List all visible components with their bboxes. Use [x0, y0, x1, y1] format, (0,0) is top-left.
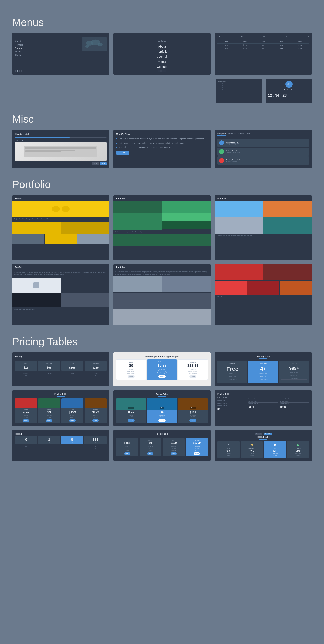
pricing-col-name: pro: [62, 362, 82, 364]
pricing-large-header: Pricing Table: [218, 355, 309, 359]
pricing-4col-columns: Free Free 5 items 1 GB Basic Select Basi…: [116, 438, 208, 456]
pricing-img-header-9: [38, 398, 60, 408]
misc-panel-row: Reading From Notes Template overview: [219, 158, 308, 163]
portfolio-card-4-title: Portfolio: [12, 264, 109, 270]
select-btn[interactable]: Select: [147, 452, 154, 455]
pricing-tab-annual[interactable]: Annual: [254, 433, 262, 435]
find-plan-btn-featured[interactable]: Select: [158, 375, 166, 378]
portfolio-img-cell: [12, 234, 44, 244]
pricing-landscape-col-9: Sky $9 10 items 5 GB Select: [147, 398, 177, 423]
menu-sm-link[interactable]: • Link item: [218, 85, 260, 87]
pricing-col-name: standard: [40, 362, 59, 364]
misc-tab-protagonist[interactable]: Protagonist: [218, 133, 226, 136]
portfolio-row-2: Portfolio This project relates to the de…: [12, 264, 312, 325]
portfolio-text-2: Nature photography collection showcasing…: [114, 230, 210, 234]
pricing-col-price-platinum: $285: [86, 366, 106, 369]
menu-table-cell: item: [254, 44, 272, 46]
pricing-col-9: Basic $9 10 items 5 GB Email Select: [140, 438, 162, 456]
pricing-col-feature: Feature two: [219, 376, 246, 378]
menu2-link[interactable]: Portfolio: [156, 50, 168, 53]
pricing-num-cell-1: 1 $: [38, 436, 60, 444]
menu-table-row: item item item item item: [218, 44, 309, 47]
pricing-select-btn[interactable]: Select: [92, 420, 98, 422]
select-btn[interactable]: Select: [170, 452, 177, 455]
col-price: $129: [164, 441, 184, 444]
menu-table-cell: item: [254, 41, 272, 43]
menu-link[interactable]: Contact: [15, 54, 106, 56]
menu-sm-link[interactable]: • Link item: [218, 83, 260, 84]
misc-tab-sidekick[interactable]: Sidekick: [238, 133, 244, 136]
menu2-link[interactable]: About: [158, 45, 166, 48]
portfolio-desc: Color photography series: [217, 296, 310, 298]
pricing-text-price: $9: [218, 408, 247, 410]
portfolio-color-grid-3: [215, 281, 312, 295]
select-btn[interactable]: Select: [124, 452, 130, 455]
menu-table-header: col1 col2 col3 col4 col5: [218, 36, 309, 38]
pricing-col-feature: Feature three: [281, 377, 308, 380]
pricing-numbered-features: — ✓ ✓ ✓ — — ✓ ✓: [15, 446, 106, 450]
misc-panel-1: Layout From Here Getting started guide: [218, 139, 309, 147]
feature-cell: —: [15, 446, 37, 447]
portfolio-img-cell: [61, 222, 109, 234]
find-plan-btn[interactable]: Select: [128, 375, 135, 378]
feature: 1 GB: [117, 416, 145, 418]
portfolio-card-6: Color photography series: [215, 264, 312, 325]
menu2-link[interactable]: Journal: [157, 55, 167, 58]
pricing-col-basic: basic $15: [15, 361, 37, 371]
pricing-col-price: 4+: [250, 366, 276, 372]
portfolio-desc: This project relates to the development …: [14, 271, 107, 276]
portfolio-caption-text: Image captions and descriptions: [14, 308, 107, 310]
pricing-select-btn[interactable]: Select: [158, 419, 166, 422]
pricing-text-price: $1299: [280, 406, 309, 409]
misc-panel-3: Reading From Notes Template overview: [218, 156, 309, 164]
pricing-col-price: $129: [86, 410, 106, 414]
nav-dot-active: [160, 70, 162, 72]
next-button[interactable]: Next: [100, 162, 106, 165]
menu-sm-card-1: Protagonist • Link item • Link item • Li…: [216, 78, 262, 103]
install-progress-fill: [15, 137, 70, 138]
find-plan-btn[interactable]: Select: [189, 375, 196, 378]
menu-sm-links: • Link item • Link item • Link item • Li…: [218, 83, 260, 91]
feature: Basic: [117, 450, 138, 451]
menu-sm-link[interactable]: • Link item: [218, 87, 260, 89]
feature-row: Feature item 3: [218, 404, 247, 407]
pricing-select-btn[interactable]: Select: [189, 419, 196, 422]
back-button[interactable]: Back: [92, 162, 99, 165]
pricing-img-col-content: Basic $9 10 items 5 GB Select: [38, 408, 60, 423]
whats-new-dot: [116, 138, 118, 140]
col-name: Ultimate: [288, 448, 308, 449]
menu2-link[interactable]: Contact: [157, 65, 167, 68]
portfolio-grid-4: [12, 278, 109, 292]
feature-cell: Feature: [61, 372, 84, 374]
feature-row: Feature item 2: [280, 400, 309, 403]
find-plan-feature: 2 GB storage: [118, 370, 144, 372]
misc-section: Misc How to install Step 2 of 4 Back: [12, 113, 312, 168]
portfolio-card-1-title: Portfolio: [12, 195, 109, 201]
find-plan-col-basic: Basic $0 5 projects 2 GB storage Basic s…: [116, 359, 146, 380]
pricing-4col-features-card: Pricing Table Free Free 5 items 1 GB Bas…: [114, 430, 210, 461]
find-plan-feature: 50 GB storage: [180, 370, 206, 372]
misc-tab-adversarion[interactable]: Adversarion: [228, 133, 236, 136]
pricing-select-btn[interactable]: Select: [69, 420, 76, 422]
pricing-section: Pricing Tables Pricing basic $15 standar…: [12, 336, 312, 461]
portfolio-grid-4b: [12, 293, 109, 307]
menu-sm-link[interactable]: • Link item: [218, 89, 260, 91]
pricing-select-btn[interactable]: Select: [23, 420, 29, 422]
learn-more-button[interactable]: Learn More: [116, 151, 130, 155]
pricing-img-title: Pricing Table: [15, 393, 106, 396]
pricing-col-standard: standard $65: [38, 361, 60, 371]
pricing-col-price: 999+: [281, 366, 308, 371]
feature: 50 GB: [86, 416, 106, 418]
menu-table-cell: item: [254, 48, 272, 50]
pricing-col-feature: Feature three: [219, 378, 246, 381]
portfolio-caption-4: Image captions and descriptions: [12, 307, 109, 311]
feature-divider: [164, 445, 184, 445]
menu2-link[interactable]: Media: [158, 60, 166, 63]
misc-tab-tally[interactable]: Tally: [246, 133, 250, 136]
pricing-select-btn[interactable]: Select: [46, 420, 52, 422]
pricing-select-btn[interactable]: Select: [128, 419, 135, 422]
pricing-col-label: Basic: [39, 409, 60, 410]
pricing-tab-monthly[interactable]: Monthly: [264, 433, 272, 435]
panel-subtitle: Getting started guide: [226, 143, 239, 144]
select-btn[interactable]: Select: [194, 452, 200, 455]
